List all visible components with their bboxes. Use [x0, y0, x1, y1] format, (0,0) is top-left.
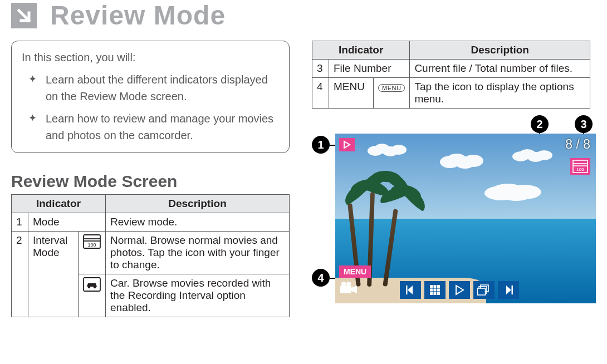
table-row: 4 MENU MENU Tap the icon to display the …: [312, 78, 590, 109]
svg-rect-15: [430, 285, 433, 288]
svg-rect-16: [434, 285, 437, 288]
cell-num: 2: [12, 232, 28, 317]
th-indicator: Indicator: [312, 41, 410, 60]
menu-indicator-label: MENU: [344, 267, 366, 276]
cell-indicator-name: Interval Mode: [28, 232, 79, 317]
file-number-indicator: 8 / 8: [565, 137, 590, 152]
thumbnails-button[interactable]: [424, 281, 446, 299]
svg-rect-19: [434, 289, 437, 292]
callout-bubble-3: 3: [575, 115, 593, 133]
diamond-icon: ✦: [28, 71, 37, 87]
svg-rect-14: [406, 286, 408, 294]
cloud-icon: [374, 144, 390, 154]
svg-text:100: 100: [87, 242, 96, 248]
menu-indicator[interactable]: MENU: [339, 265, 371, 278]
mode-indicator[interactable]: [339, 138, 355, 151]
slideshow-button[interactable]: [473, 281, 495, 299]
svg-rect-27: [512, 286, 513, 294]
cell-description: Current file / Total number of files.: [410, 60, 590, 78]
svg-text:100: 100: [576, 167, 584, 172]
menu-pill-icon: MENU: [374, 78, 410, 109]
cell-num: 3: [312, 60, 329, 78]
svg-point-13: [346, 282, 351, 286]
intro-bullet: ✦ Learn about the different indicators d…: [22, 71, 279, 105]
svg-point-6: [94, 286, 96, 288]
th-description: Description: [410, 41, 590, 60]
svg-rect-22: [434, 292, 437, 295]
intro-lead: In this section, you will:: [22, 49, 279, 66]
svg-rect-26: [478, 288, 486, 295]
indicator-table-left: Indicator Description 1 Mode Review mode…: [11, 194, 290, 317]
cell-description: Tap the icon to display the options menu…: [410, 78, 590, 109]
title-arrow-icon: [11, 3, 37, 28]
svg-rect-11: [340, 286, 351, 293]
cell-indicator-name: Mode: [28, 213, 106, 232]
cell-description: Normal. Browse normal movies and photos.…: [106, 232, 290, 274]
cell-num: 1: [12, 213, 28, 232]
svg-rect-17: [437, 285, 440, 288]
table-row: 3 File Number Current file / Total numbe…: [312, 60, 590, 78]
svg-point-12: [341, 282, 346, 286]
camcorder-mode-icon: [339, 281, 359, 298]
control-bar: [400, 281, 519, 299]
cloud-icon: [519, 149, 536, 159]
th-indicator: Indicator: [12, 195, 106, 213]
page-title-text: Review Mode: [50, 0, 226, 31]
cell-indicator-name: File Number: [329, 60, 410, 78]
section-heading: Review Mode Screen: [11, 172, 290, 191]
interval-normal-icon: 100: [79, 232, 106, 274]
intro-bullet: ✦ Learn how to review and manage your mo…: [22, 110, 279, 144]
svg-rect-23: [437, 292, 440, 295]
next-button[interactable]: [498, 281, 519, 299]
cell-description: Car. Browse movies recorded with the Rec…: [106, 274, 290, 317]
interval-mode-indicator[interactable]: 100: [570, 158, 590, 175]
svg-point-5: [88, 286, 90, 288]
callout-bubble-2: 2: [531, 115, 549, 133]
cell-indicator-name: MENU: [329, 78, 374, 109]
diamond-icon: ✦: [28, 110, 37, 126]
intro-bullet-text: Learn how to review and manage your movi…: [46, 110, 279, 144]
page-title: Review Mode: [11, 0, 596, 31]
th-description: Description: [106, 195, 290, 213]
play-button[interactable]: [449, 281, 470, 299]
cloud-icon: [447, 154, 467, 166]
prev-button[interactable]: [400, 281, 421, 299]
cell-num: 4: [312, 78, 329, 109]
cell-description: Review mode.: [106, 213, 290, 232]
cloud-icon: [491, 184, 525, 198]
callout-bubble-4: 4: [312, 269, 330, 287]
svg-rect-21: [430, 292, 433, 295]
svg-rect-18: [430, 289, 433, 292]
camcorder-screen: 8 / 8 100 MENU: [335, 134, 596, 303]
menu-pill-label: MENU: [378, 84, 405, 92]
interval-car-icon: [79, 274, 106, 317]
intro-bullet-text: Learn about the different indicators dis…: [46, 71, 279, 105]
callout-bubble-1: 1: [312, 136, 330, 154]
intro-box: In this section, you will: ✦ Learn about…: [11, 41, 290, 153]
svg-rect-20: [437, 289, 440, 292]
indicator-table-right: Indicator Description 3 File Number Curr…: [312, 41, 590, 109]
screen-preview-wrap: 1 2 3 4: [312, 120, 596, 317]
table-row: 1 Mode Review mode.: [12, 213, 290, 232]
table-row: 2 Interval Mode 100 Normal. Browse norma…: [12, 232, 290, 274]
